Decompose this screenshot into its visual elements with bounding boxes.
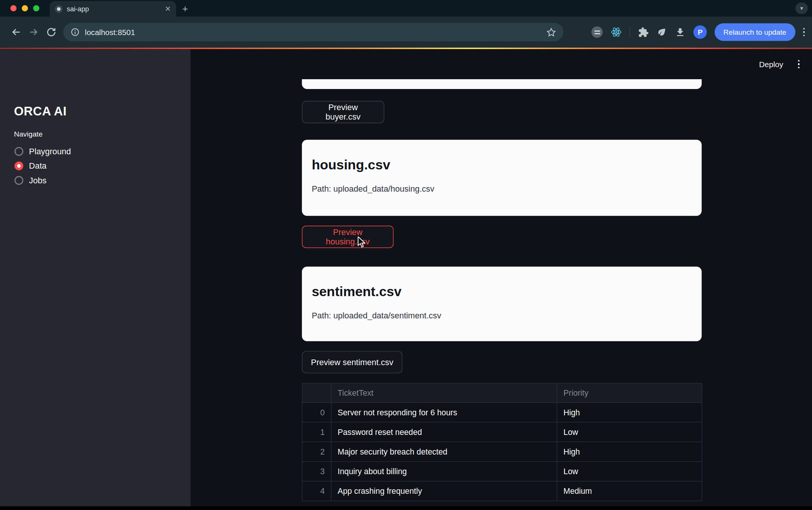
app-title: ORCA AI — [14, 104, 67, 118]
priority-cell[interactable]: High — [557, 442, 702, 461]
minimize-window-button[interactable] — [22, 5, 28, 11]
tab-close-icon[interactable]: ✕ — [165, 5, 171, 12]
sidebar-item-jobs[interactable]: Jobs — [14, 176, 71, 185]
table-row: 2 Major security breach detected High — [302, 442, 702, 461]
profile-avatar[interactable]: P — [694, 25, 707, 39]
url-text: localhost:8501 — [85, 28, 541, 36]
radio-label: Playground — [29, 147, 71, 156]
navigate-label: Navigate — [14, 130, 43, 138]
bottom-bar — [0, 506, 812, 510]
reload-button[interactable] — [43, 23, 60, 41]
app-header: Deploy — [191, 49, 812, 79]
radio-icon[interactable] — [14, 147, 23, 156]
sentiment-card-path: Path: uploaded_data/sentiment.csv — [312, 311, 691, 321]
radio-label: Data — [29, 161, 46, 171]
ticket-cell[interactable]: App crashing frequently — [331, 481, 557, 501]
sidebar-item-playground[interactable]: Playground — [14, 147, 71, 156]
sentiment-card-title: sentiment.csv — [312, 284, 691, 299]
download-icon[interactable] — [675, 27, 686, 38]
extensions-puzzle-icon[interactable] — [638, 27, 649, 38]
sidebar: ORCA AI Navigate Playground Data Jobs — [0, 49, 191, 506]
sentiment-dataframe[interactable]: TicketText Priority 0 Server not respond… — [302, 383, 702, 501]
table-row: 3 Inquiry about billing Low — [302, 461, 702, 481]
row-index[interactable]: 3 — [302, 461, 331, 481]
priority-column-header[interactable]: Priority — [557, 383, 702, 402]
streamlit-app: ORCA AI Navigate Playground Data Jobs De… — [0, 49, 812, 506]
maximize-window-button[interactable] — [33, 5, 39, 11]
react-devtools-icon[interactable] — [611, 26, 622, 38]
bookmark-star-icon[interactable] — [546, 27, 556, 37]
browser-window: sai-app ✕ + ▾ localhost:8501 — [0, 0, 812, 510]
ticket-cell[interactable]: Major security breach detected — [331, 442, 557, 461]
tab-title: sai-app — [67, 5, 161, 13]
table-row: 4 App crashing frequently Medium — [302, 481, 702, 501]
mouse-cursor — [356, 237, 366, 250]
priority-cell[interactable]: High — [557, 402, 702, 422]
relaunch-to-update-button[interactable]: Relaunch to update — [715, 23, 795, 41]
browser-menu-icon[interactable] — [803, 28, 805, 37]
back-button[interactable] — [7, 23, 25, 41]
radio-label: Jobs — [29, 176, 46, 185]
browser-toolbar: localhost:8501 P Relaunch to update — [0, 17, 812, 48]
nav-radio-group: Playground Data Jobs — [14, 147, 71, 185]
tab-search-chevron-icon[interactable]: ▾ — [795, 3, 808, 14]
priority-cell[interactable]: Low — [557, 422, 702, 442]
extension-icon[interactable] — [591, 26, 603, 38]
row-index[interactable]: 0 — [302, 402, 331, 422]
row-index[interactable]: 4 — [302, 481, 331, 501]
address-bar[interactable]: localhost:8501 — [63, 23, 563, 41]
tab-strip: sai-app ✕ + ▾ — [0, 0, 812, 17]
browser-tab[interactable]: sai-app ✕ — [50, 1, 176, 17]
deploy-button[interactable]: Deploy — [759, 60, 783, 69]
ticket-cell[interactable]: Server not responding for 6 hours — [331, 402, 557, 422]
app-menu-icon[interactable] — [798, 60, 800, 69]
table-header-row: TicketText Priority — [302, 383, 702, 402]
site-info-icon[interactable] — [71, 28, 80, 37]
sidebar-item-data[interactable]: Data — [14, 161, 71, 170]
table-row: 0 Server not responding for 6 hours High — [302, 402, 702, 422]
toolbar-right: P Relaunch to update — [591, 23, 804, 41]
close-window-button[interactable] — [10, 5, 16, 11]
table-row: 1 Password reset needed Low — [302, 422, 702, 442]
radio-selected-icon[interactable] — [14, 161, 23, 170]
housing-card-path: Path: uploaded_data/housing.csv — [312, 184, 691, 194]
tab-favicon-icon — [55, 5, 63, 13]
radio-icon[interactable] — [14, 176, 23, 185]
forward-button[interactable] — [25, 23, 43, 41]
toolbar-divider — [630, 27, 630, 37]
eco-leaf-icon[interactable] — [657, 27, 667, 37]
tickettext-column-header[interactable]: TicketText — [331, 383, 557, 402]
index-column-header[interactable] — [302, 383, 331, 402]
preview-sentiment-button[interactable]: Preview sentiment.csv — [302, 351, 402, 373]
housing-card-title: housing.csv — [312, 157, 691, 172]
sentiment-card: sentiment.csv Path: uploaded_data/sentim… — [302, 267, 701, 341]
priority-cell[interactable]: Low — [557, 461, 702, 481]
new-tab-button[interactable]: + — [182, 3, 188, 14]
preview-buyer-button[interactable]: Preview buyer.csv — [302, 101, 384, 123]
priority-cell[interactable]: Medium — [557, 481, 702, 501]
ticket-cell[interactable]: Inquiry about billing — [331, 461, 557, 481]
ticket-cell[interactable]: Password reset needed — [331, 422, 557, 442]
row-index[interactable]: 1 — [302, 422, 331, 442]
window-controls — [10, 5, 39, 11]
preview-housing-button[interactable]: Preview housing.csv — [302, 226, 394, 248]
row-index[interactable]: 2 — [302, 442, 331, 461]
housing-card: housing.csv Path: uploaded_data/housing.… — [302, 140, 701, 216]
